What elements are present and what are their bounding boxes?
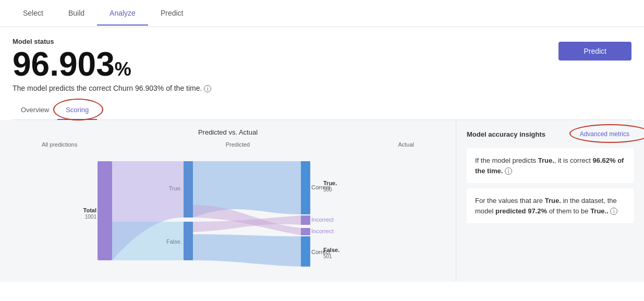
predict-button[interactable]: Predict — [558, 42, 631, 61]
advanced-metrics-button[interactable]: Advanced metrics — [576, 128, 634, 140]
sub-tabs: Overview Scoring — [13, 101, 631, 120]
info-icon-1[interactable]: i — [505, 167, 512, 175]
svg-text:True.: True. — [323, 180, 337, 186]
svg-rect-10 — [301, 236, 310, 267]
chart-title: Predicted vs. Actual — [10, 128, 445, 136]
insight-card-1: If the model predicts True., it is corre… — [467, 148, 634, 183]
sankey-svg: Total 1001 True. False. Corre — [10, 151, 445, 271]
svg-text:False.: False. — [323, 247, 339, 253]
tab-build[interactable]: Build — [56, 2, 97, 26]
insight-card-2: For the values that are True. in the dat… — [467, 188, 634, 223]
svg-text:501: 501 — [323, 254, 332, 259]
col-label-actual: Actual — [398, 141, 414, 148]
main-content: Model status 96.903% The model predicts … — [0, 27, 644, 120]
svg-text:Incorrect: Incorrect — [311, 228, 334, 234]
info-icon[interactable]: i — [204, 85, 211, 92]
chart-column-labels: All predictions Predicted Actual — [10, 141, 445, 151]
svg-text:Incorrect: Incorrect — [311, 216, 334, 223]
tab-select[interactable]: Select — [10, 2, 56, 26]
predict-button-wrapper: Predict — [558, 38, 631, 61]
sankey-chart: Total 1001 True. False. Corre — [10, 151, 445, 271]
advanced-metrics-wrapper: Advanced metrics — [576, 128, 634, 140]
model-status-left: Model status 96.903% The model predicts … — [13, 38, 211, 92]
model-status-label: Model status — [13, 38, 211, 45]
svg-rect-8 — [301, 215, 310, 225]
accuracy-description: The model predicts the correct Churn 96.… — [13, 84, 211, 92]
insights-area: Model accuracy insights Advanced metrics… — [456, 120, 644, 282]
col-label-all: All predictions — [42, 141, 77, 148]
sub-tab-scoring-wrapper: Scoring — [57, 101, 97, 119]
sub-tab-scoring[interactable]: Scoring — [57, 101, 97, 120]
svg-text:500: 500 — [323, 187, 332, 192]
accuracy-value: 96.903% — [13, 47, 211, 81]
svg-rect-7 — [301, 161, 310, 214]
svg-text:1001: 1001 — [85, 214, 97, 220]
svg-rect-3 — [184, 161, 193, 218]
svg-rect-9 — [301, 228, 310, 235]
svg-rect-4 — [184, 222, 193, 260]
insights-title: Model accuracy insights — [467, 130, 545, 138]
sub-tab-overview[interactable]: Overview — [13, 101, 57, 120]
tab-predict[interactable]: Predict — [148, 2, 196, 26]
insights-header: Model accuracy insights Advanced metrics — [467, 128, 634, 140]
chart-area: Predicted vs. Actual All predictions Pre… — [0, 120, 456, 282]
svg-text:Total: Total — [83, 207, 96, 213]
model-status-section: Model status 96.903% The model predicts … — [13, 38, 631, 92]
info-icon-2[interactable]: i — [610, 208, 617, 215]
top-navigation: Select Build Analyze Predict — [0, 0, 644, 27]
tab-analyze[interactable]: Analyze — [97, 2, 148, 26]
bottom-section: Predicted vs. Actual All predictions Pre… — [0, 120, 644, 282]
col-label-predicted: Predicted — [226, 141, 250, 148]
svg-rect-0 — [98, 161, 112, 260]
